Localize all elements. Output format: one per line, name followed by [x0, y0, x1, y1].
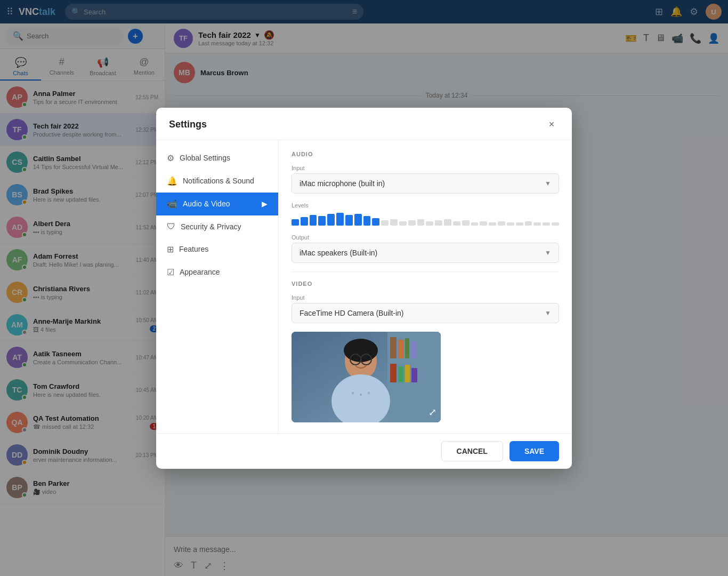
input-chevron: ▼	[545, 180, 551, 187]
settings-title: Settings	[169, 119, 207, 130]
output-chevron: ▼	[545, 249, 551, 257]
levels-label: Levels	[292, 202, 559, 209]
video-input-label: Input	[292, 294, 559, 301]
svg-rect-4	[398, 340, 403, 358]
nav-notifications-sound[interactable]: 🔔 Notifications & Sound	[156, 170, 278, 193]
levels-container: Levels	[292, 202, 559, 226]
video-preview-content	[292, 332, 441, 422]
nav-audio-video[interactable]: 📹 Audio & Video ▶	[156, 193, 278, 215]
input-label: Input	[292, 165, 559, 171]
appearance-icon: ☑	[167, 267, 174, 277]
nav-appearance[interactable]: ☑ Appearance	[156, 261, 278, 284]
video-chevron: ▼	[545, 309, 551, 317]
audio-video-icon: 📹	[167, 199, 177, 209]
svg-rect-8	[398, 366, 403, 382]
video-section: VIDEO Input FaceTime HD Camera (Built-in…	[292, 281, 559, 422]
notifications-icon: 🔔	[167, 176, 177, 186]
svg-point-17	[352, 392, 354, 394]
svg-point-18	[360, 394, 362, 396]
video-input-select[interactable]: FaceTime HD Camera (Built-in) ▼	[292, 303, 559, 323]
svg-rect-3	[390, 337, 397, 358]
modal-overlay: Settings × ⚙ Global Settings 🔔 Notificat…	[0, 0, 728, 576]
svg-rect-7	[390, 364, 397, 382]
security-icon: 🛡	[167, 222, 175, 231]
nav-features[interactable]: ⊞ Features	[156, 238, 278, 261]
settings-modal: Settings × ⚙ Global Settings 🔔 Notificat…	[156, 108, 572, 469]
audio-input-container: Input iMac microphone (built in) ▼	[292, 165, 559, 194]
svg-rect-9	[405, 365, 410, 382]
cancel-button[interactable]: CANCEL	[441, 441, 503, 461]
audio-section-label: AUDIO	[292, 151, 559, 157]
video-section-label: VIDEO	[292, 281, 559, 287]
output-label: Output	[292, 234, 559, 241]
video-input-container: Input FaceTime HD Camera (Built-in) ▼	[292, 294, 559, 323]
audio-input-select[interactable]: iMac microphone (built in) ▼	[292, 173, 559, 194]
svg-rect-6	[411, 341, 417, 358]
levels-bar	[292, 213, 559, 226]
audio-output-select[interactable]: iMac speakers (Built-in) ▼	[292, 243, 559, 263]
settings-close-button[interactable]: ×	[544, 117, 559, 132]
nav-chevron-right: ▶	[262, 199, 268, 208]
nav-global-settings[interactable]: ⚙ Global Settings	[156, 147, 278, 170]
features-icon: ⊞	[167, 244, 174, 254]
svg-rect-10	[411, 368, 417, 382]
nav-security-privacy[interactable]: 🛡 Security & Privacy	[156, 215, 278, 238]
global-settings-icon: ⚙	[167, 153, 174, 163]
video-preview: ⤢	[292, 332, 441, 422]
save-button[interactable]: SAVE	[509, 441, 559, 461]
audio-output-container: Output iMac speakers (Built-in) ▼	[292, 234, 559, 263]
video-expand-icon[interactable]: ⤢	[428, 406, 436, 418]
svg-rect-5	[405, 338, 409, 358]
svg-point-19	[368, 392, 370, 394]
